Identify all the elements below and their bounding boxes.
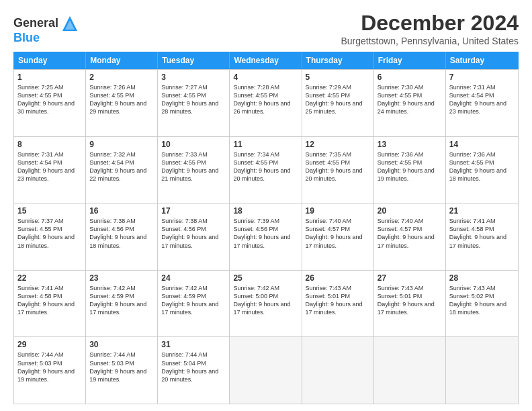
cell-info: Sunrise: 7:44 AM Sunset: 5:04 PM Dayligh… — [161, 351, 226, 383]
cell-info: Sunrise: 7:37 AM Sunset: 4:55 PM Dayligh… — [17, 217, 82, 250]
logo-icon — [60, 13, 80, 34]
weekday-header-tuesday: Tuesday — [158, 52, 230, 68]
cal-cell-13: 13Sunrise: 7:36 AM Sunset: 4:55 PM Dayli… — [374, 137, 446, 203]
cal-cell-17: 17Sunrise: 7:38 AM Sunset: 4:56 PM Dayli… — [158, 203, 230, 270]
cell-info: Sunrise: 7:26 AM Sunset: 4:55 PM Dayligh… — [89, 83, 154, 116]
cal-cell-empty — [374, 337, 446, 404]
day-number: 17 — [161, 206, 226, 216]
cal-cell-9: 9Sunrise: 7:32 AM Sunset: 4:54 PM Daylig… — [86, 137, 158, 203]
cal-cell-31: 31Sunrise: 7:44 AM Sunset: 5:04 PM Dayli… — [158, 337, 230, 404]
cal-cell-16: 16Sunrise: 7:38 AM Sunset: 4:56 PM Dayli… — [86, 203, 158, 270]
title-block: December 2024 Burgettstown, Pennsylvania… — [341, 11, 519, 46]
day-number: 3 — [161, 73, 226, 82]
day-number: 4 — [233, 73, 298, 82]
calendar-header: SundayMondayTuesdayWednesdayThursdayFrid… — [13, 52, 519, 69]
cal-cell-18: 18Sunrise: 7:39 AM Sunset: 4:56 PM Dayli… — [230, 203, 302, 270]
day-number: 6 — [378, 73, 442, 82]
cell-info: Sunrise: 7:43 AM Sunset: 5:02 PM Dayligh… — [449, 284, 515, 317]
cell-info: Sunrise: 7:36 AM Sunset: 4:55 PM Dayligh… — [378, 150, 442, 183]
calendar-row-4: 22Sunrise: 7:41 AM Sunset: 4:58 PM Dayli… — [14, 270, 518, 337]
day-number: 1 — [17, 73, 82, 82]
day-number: 16 — [89, 206, 154, 216]
day-number: 8 — [17, 140, 82, 149]
weekday-header-saturday: Saturday — [446, 52, 518, 68]
cell-info: Sunrise: 7:33 AM Sunset: 4:55 PM Dayligh… — [161, 150, 226, 183]
weekday-header-sunday: Sunday — [14, 52, 86, 68]
day-number: 15 — [17, 206, 82, 216]
cell-info: Sunrise: 7:28 AM Sunset: 4:55 PM Dayligh… — [233, 83, 298, 116]
cal-cell-22: 22Sunrise: 7:41 AM Sunset: 4:58 PM Dayli… — [14, 271, 86, 337]
cell-info: Sunrise: 7:40 AM Sunset: 4:57 PM Dayligh… — [306, 217, 370, 250]
cal-cell-7: 7Sunrise: 7:31 AM Sunset: 4:54 PM Daylig… — [446, 70, 518, 136]
day-number: 11 — [233, 140, 298, 149]
day-number: 2 — [89, 73, 154, 82]
cal-cell-6: 6Sunrise: 7:30 AM Sunset: 4:55 PM Daylig… — [374, 70, 446, 136]
weekday-header-monday: Monday — [86, 52, 158, 68]
cal-cell-19: 19Sunrise: 7:40 AM Sunset: 4:57 PM Dayli… — [302, 203, 374, 270]
cal-cell-30: 30Sunrise: 7:44 AM Sunset: 5:03 PM Dayli… — [86, 337, 158, 404]
day-number: 26 — [306, 273, 370, 283]
cell-info: Sunrise: 7:30 AM Sunset: 4:55 PM Dayligh… — [378, 83, 442, 116]
day-number: 24 — [161, 273, 226, 283]
cell-info: Sunrise: 7:41 AM Sunset: 4:58 PM Dayligh… — [449, 217, 515, 250]
day-number: 27 — [378, 273, 442, 283]
cal-cell-28: 28Sunrise: 7:43 AM Sunset: 5:02 PM Dayli… — [446, 271, 518, 337]
cal-cell-4: 4Sunrise: 7:28 AM Sunset: 4:55 PM Daylig… — [230, 70, 302, 136]
cal-cell-24: 24Sunrise: 7:42 AM Sunset: 4:59 PM Dayli… — [158, 271, 230, 337]
day-number: 10 — [161, 140, 226, 149]
cell-info: Sunrise: 7:38 AM Sunset: 4:56 PM Dayligh… — [89, 217, 154, 250]
header: General Blue December 2024 Burgettstown,… — [13, 11, 519, 46]
cell-info: Sunrise: 7:31 AM Sunset: 4:54 PM Dayligh… — [17, 150, 82, 183]
cell-info: Sunrise: 7:29 AM Sunset: 4:55 PM Dayligh… — [306, 83, 370, 116]
day-number: 7 — [449, 73, 515, 82]
cell-info: Sunrise: 7:41 AM Sunset: 4:58 PM Dayligh… — [17, 284, 82, 317]
day-number: 14 — [449, 140, 515, 149]
cell-info: Sunrise: 7:32 AM Sunset: 4:54 PM Dayligh… — [89, 150, 154, 183]
day-number: 19 — [306, 206, 370, 216]
month-title: December 2024 — [341, 11, 519, 36]
cell-info: Sunrise: 7:25 AM Sunset: 4:55 PM Dayligh… — [17, 83, 82, 116]
day-number: 12 — [306, 140, 370, 149]
cell-info: Sunrise: 7:31 AM Sunset: 4:54 PM Dayligh… — [449, 83, 515, 116]
cal-cell-27: 27Sunrise: 7:43 AM Sunset: 5:01 PM Dayli… — [374, 271, 446, 337]
cal-cell-12: 12Sunrise: 7:35 AM Sunset: 4:55 PM Dayli… — [302, 137, 374, 203]
cal-cell-2: 2Sunrise: 7:26 AM Sunset: 4:55 PM Daylig… — [86, 70, 158, 136]
cell-info: Sunrise: 7:38 AM Sunset: 4:56 PM Dayligh… — [161, 217, 226, 250]
cal-cell-21: 21Sunrise: 7:41 AM Sunset: 4:58 PM Dayli… — [446, 203, 518, 270]
cell-info: Sunrise: 7:43 AM Sunset: 5:01 PM Dayligh… — [378, 284, 442, 317]
logo: General Blue — [13, 13, 80, 45]
cal-cell-15: 15Sunrise: 7:37 AM Sunset: 4:55 PM Dayli… — [14, 203, 86, 270]
day-number: 18 — [233, 206, 298, 216]
day-number: 23 — [89, 273, 154, 283]
day-number: 25 — [233, 273, 298, 283]
cal-cell-5: 5Sunrise: 7:29 AM Sunset: 4:55 PM Daylig… — [302, 70, 374, 136]
day-number: 9 — [89, 140, 154, 149]
day-number: 5 — [306, 73, 370, 82]
cal-cell-20: 20Sunrise: 7:40 AM Sunset: 4:57 PM Dayli… — [374, 203, 446, 270]
weekday-header-thursday: Thursday — [302, 52, 374, 68]
cal-cell-1: 1Sunrise: 7:25 AM Sunset: 4:55 PM Daylig… — [14, 70, 86, 136]
day-number: 20 — [378, 206, 442, 216]
day-number: 29 — [17, 340, 82, 349]
cell-info: Sunrise: 7:39 AM Sunset: 4:56 PM Dayligh… — [233, 217, 298, 250]
cal-cell-empty — [446, 337, 518, 404]
weekday-header-friday: Friday — [374, 52, 446, 68]
cell-info: Sunrise: 7:42 AM Sunset: 4:59 PM Dayligh… — [89, 284, 154, 317]
cell-info: Sunrise: 7:35 AM Sunset: 4:55 PM Dayligh… — [306, 150, 370, 183]
cell-info: Sunrise: 7:42 AM Sunset: 4:59 PM Dayligh… — [161, 284, 226, 317]
cal-cell-empty — [302, 337, 374, 404]
calendar-row-1: 1Sunrise: 7:25 AM Sunset: 4:55 PM Daylig… — [14, 69, 518, 136]
day-number: 31 — [161, 340, 226, 349]
cal-cell-11: 11Sunrise: 7:34 AM Sunset: 4:55 PM Dayli… — [230, 137, 302, 203]
cell-info: Sunrise: 7:44 AM Sunset: 5:03 PM Dayligh… — [89, 351, 154, 383]
cell-info: Sunrise: 7:44 AM Sunset: 5:03 PM Dayligh… — [17, 351, 82, 383]
day-number: 13 — [378, 140, 442, 149]
cell-info: Sunrise: 7:40 AM Sunset: 4:57 PM Dayligh… — [378, 217, 442, 250]
cal-cell-8: 8Sunrise: 7:31 AM Sunset: 4:54 PM Daylig… — [14, 137, 86, 203]
cell-info: Sunrise: 7:43 AM Sunset: 5:01 PM Dayligh… — [306, 284, 370, 317]
calendar-row-3: 15Sunrise: 7:37 AM Sunset: 4:55 PM Dayli… — [14, 203, 518, 270]
calendar-row-5: 29Sunrise: 7:44 AM Sunset: 5:03 PM Dayli… — [14, 336, 518, 404]
calendar-body: 1Sunrise: 7:25 AM Sunset: 4:55 PM Daylig… — [13, 69, 519, 404]
cal-cell-3: 3Sunrise: 7:27 AM Sunset: 4:55 PM Daylig… — [158, 70, 230, 136]
page: General Blue December 2024 Burgettstown,… — [0, 0, 532, 411]
